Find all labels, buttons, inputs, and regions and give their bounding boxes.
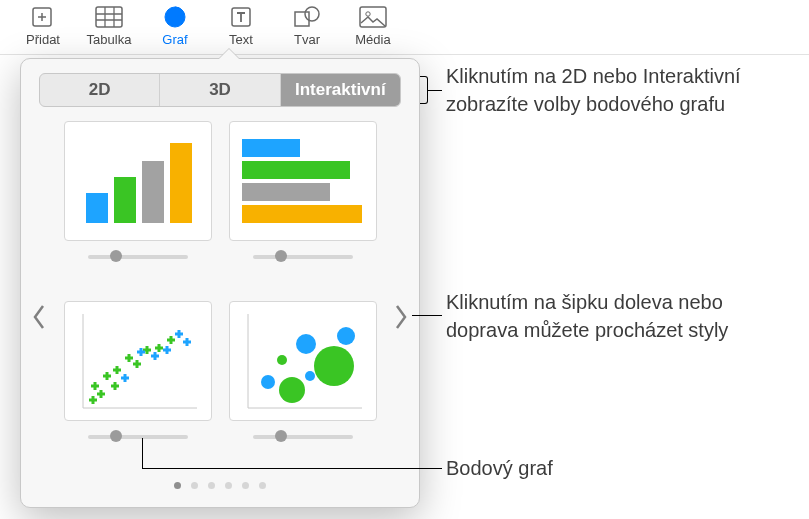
svg-point-5 [305,7,319,21]
text-icon [225,4,257,30]
chart-type-segmented-control: 2D 3D Interaktivní [39,73,401,107]
callout-arrows: Kliknutím na šipku doleva nebo doprava m… [446,288,798,344]
chart-icon [159,4,191,30]
callout-line [142,468,442,469]
segment-2d[interactable]: 2D [40,74,160,106]
svg-rect-8 [86,193,108,223]
callout-tabs: Kliknutím na 2D nebo Interaktivní zobraz… [446,62,798,118]
page-dot[interactable] [225,482,232,489]
svg-rect-14 [242,183,330,201]
chart-style-bar[interactable] [226,121,379,291]
bar-chart-icon [229,121,377,241]
svg-rect-10 [142,161,164,223]
callout-scatter: Bodový graf [446,454,553,482]
svg-point-20 [305,371,315,381]
toolbar-text-label: Text [229,32,253,47]
svg-point-21 [314,346,354,386]
scatter-chart-icon [64,301,212,421]
toolbar-shape[interactable]: Tvar [274,4,340,47]
toolbar-text[interactable]: Text [208,4,274,47]
svg-rect-12 [242,139,300,157]
toolbar-add[interactable]: Přidat [10,4,76,47]
toolbar-add-label: Přidat [26,32,60,47]
svg-rect-9 [114,177,136,223]
page-dots[interactable] [21,482,419,489]
svg-point-17 [277,355,287,365]
svg-point-22 [337,327,355,345]
segment-3d[interactable]: 3D [160,74,280,106]
toolbar-chart-label: Graf [162,32,187,47]
callout-line [428,90,442,91]
toolbar: Přidat Tabulka Graf Text Tvar Média [0,0,809,55]
svg-rect-1 [96,7,122,27]
chart-style-column[interactable] [61,121,214,291]
bubble-chart-icon [229,301,377,421]
toolbar-media-label: Média [355,32,390,47]
svg-rect-11 [170,143,192,223]
slider-icon [253,429,353,443]
chart-style-scatter[interactable] [61,301,214,471]
chart-style-bubble[interactable] [226,301,379,471]
chart-popover: 2D 3D Interaktivní [20,58,420,508]
callout-line [142,438,143,468]
svg-point-18 [279,377,305,403]
slider-icon [253,249,353,263]
toolbar-chart[interactable]: Graf [142,4,208,47]
page-dot[interactable] [174,482,181,489]
toolbar-table[interactable]: Tabulka [76,4,142,47]
slider-icon [88,429,188,443]
callout-bracket [420,76,428,104]
shape-icon [291,4,323,30]
page-dot[interactable] [208,482,215,489]
toolbar-media[interactable]: Média [340,4,406,47]
slider-icon [88,249,188,263]
svg-rect-13 [242,161,350,179]
svg-rect-15 [242,205,362,223]
table-icon [93,4,125,30]
svg-point-16 [261,375,275,389]
plus-icon [27,4,59,30]
column-chart-icon [64,121,212,241]
chart-style-grid [21,117,419,471]
svg-point-19 [296,334,316,354]
page-dot[interactable] [191,482,198,489]
media-icon [357,4,389,30]
toolbar-table-label: Tabulka [87,32,132,47]
page-dot[interactable] [242,482,249,489]
callout-line [412,315,442,316]
page-dot[interactable] [259,482,266,489]
segment-interactive[interactable]: Interaktivní [281,74,400,106]
toolbar-shape-label: Tvar [294,32,320,47]
svg-point-7 [366,12,370,16]
